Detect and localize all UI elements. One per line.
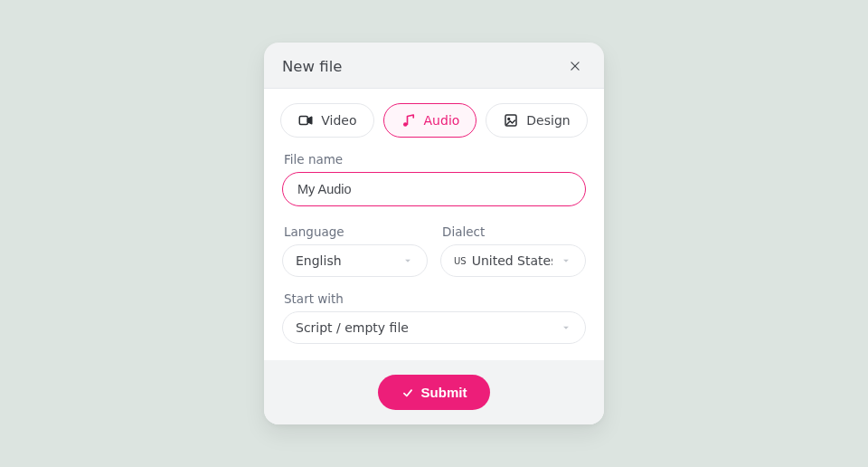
modal-footer: Submit <box>264 360 604 424</box>
file-type-audio[interactable]: Audio <box>383 103 477 138</box>
startwith-select[interactable]: Script / empty file <box>282 311 586 344</box>
modal-title: New file <box>282 58 342 75</box>
file-type-row: Video Audio Design <box>282 103 586 138</box>
startwith-block: Start with Script / empty file <box>282 291 586 344</box>
chevron-down-icon <box>560 321 572 334</box>
language-value: English <box>296 253 342 268</box>
close-icon <box>569 60 581 72</box>
check-icon <box>401 386 414 399</box>
modal-header: New file <box>264 43 604 89</box>
svg-point-3 <box>403 122 408 127</box>
dialect-label: Dialect <box>442 224 586 239</box>
submit-button[interactable]: Submit <box>378 375 491 410</box>
language-select[interactable]: English <box>282 244 428 277</box>
svg-rect-2 <box>300 117 308 125</box>
svg-point-5 <box>508 119 510 120</box>
flag-icon: US <box>454 256 467 266</box>
file-type-label: Design <box>526 113 570 128</box>
close-button[interactable] <box>564 55 586 77</box>
file-type-label: Video <box>321 113 356 128</box>
file-type-label: Audio <box>424 113 460 128</box>
lang-row: Language English Dialect US United State… <box>282 221 586 277</box>
modal-body: Video Audio Design File name <box>264 89 604 360</box>
audio-icon <box>401 112 417 129</box>
file-type-design[interactable]: Design <box>486 103 587 138</box>
filename-label: File name <box>284 152 586 167</box>
language-label: Language <box>284 224 428 239</box>
chevron-down-icon <box>401 254 414 267</box>
new-file-modal: New file Video Audio <box>264 43 604 424</box>
dialect-select[interactable]: US United States <box>440 244 586 277</box>
startwith-value: Script / empty file <box>296 320 409 335</box>
design-icon <box>503 112 519 129</box>
startwith-label: Start with <box>284 291 586 306</box>
file-type-video[interactable]: Video <box>280 103 373 138</box>
chevron-down-icon <box>560 254 572 267</box>
video-icon <box>297 112 314 129</box>
dialect-value: United States <box>472 253 552 268</box>
filename-block: File name <box>282 152 586 206</box>
filename-input[interactable] <box>282 172 586 206</box>
submit-label: Submit <box>421 385 467 400</box>
